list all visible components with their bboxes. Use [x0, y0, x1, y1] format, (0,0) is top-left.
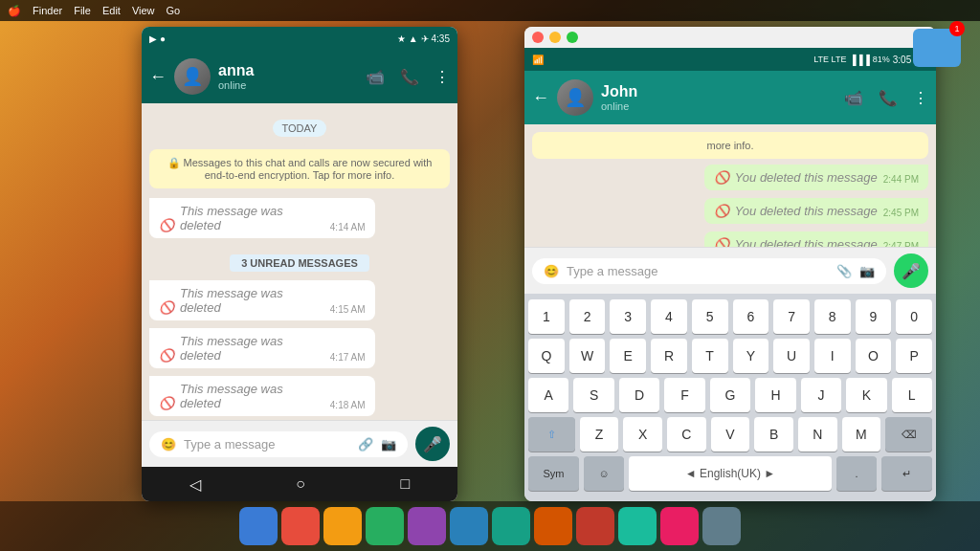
kb-key-q[interactable]: Q [528, 339, 565, 373]
kb-emoji-key[interactable]: ☺ [584, 456, 624, 491]
folder-badge: 1 [949, 21, 965, 36]
kb-key-o[interactable]: O [856, 339, 892, 373]
video-call-icon-r[interactable]: 📹 [844, 89, 863, 107]
emoji-input-icon-r[interactable]: 😊 [544, 264, 559, 278]
dock-icon-6[interactable] [450, 507, 488, 545]
home-nav-icon[interactable]: ○ [296, 475, 305, 493]
kb-key-x[interactable]: X [623, 417, 662, 452]
desktop-folder[interactable]: 1 [913, 29, 961, 67]
kb-key-5[interactable]: 5 [692, 299, 728, 334]
kb-key-i[interactable]: I [814, 339, 851, 373]
dock-icon-10[interactable] [618, 507, 657, 545]
kb-key-c[interactable]: C [667, 417, 706, 452]
dock-icon-3[interactable] [323, 507, 362, 545]
kb-row-qwerty: Q W E R T Y U I O P [528, 339, 932, 373]
kb-key-r[interactable]: R [651, 339, 687, 373]
dock-icon-11[interactable] [660, 507, 699, 545]
kb-key-p[interactable]: P [896, 339, 932, 373]
msg-time-2: 4:15 AM [330, 304, 366, 315]
statusbar-right-icons: ★ ▲ ✈ 4:35 [397, 33, 450, 44]
kb-bottom-row: Sym ☺ ◄ English(UK) ► . ↵ [528, 456, 932, 491]
airplane-icon: ✈ [421, 33, 429, 44]
info-bubble-right: more info. [532, 132, 928, 159]
video-call-icon[interactable]: 📹 [366, 68, 385, 86]
dock-icon-7[interactable] [492, 507, 530, 545]
deleted-text-3: This message was deleted [180, 334, 324, 363]
back-button-left[interactable]: ← [149, 67, 167, 87]
recent-nav-icon[interactable]: □ [401, 475, 411, 493]
dock-icon-9[interactable] [576, 507, 614, 545]
kb-key-8[interactable]: 8 [814, 299, 851, 334]
kb-key-u[interactable]: U [773, 339, 810, 373]
kb-key-m[interactable]: M [842, 417, 881, 452]
mac-close-btn[interactable] [532, 32, 544, 43]
kb-key-9[interactable]: 9 [856, 299, 892, 334]
kb-key-e[interactable]: E [610, 339, 646, 373]
dock-icon-1[interactable] [239, 507, 278, 545]
menu-dots-icon-r[interactable]: ⋮ [913, 89, 928, 107]
kb-key-b[interactable]: B [754, 417, 793, 452]
contact-info-left: anna online [218, 62, 358, 91]
kb-key-g[interactable]: G [710, 378, 750, 412]
mic-button-left[interactable]: 🎤 [415, 427, 450, 461]
dock-icon-12[interactable] [702, 507, 741, 545]
kb-key-2[interactable]: 2 [569, 299, 606, 334]
android-nav-left: ◁ ○ □ [142, 467, 457, 501]
kb-key-t[interactable]: T [692, 339, 728, 373]
back-button-right[interactable]: ← [532, 88, 549, 108]
contact-status-right: online [601, 100, 836, 112]
kb-key-s[interactable]: S [573, 378, 613, 412]
kb-key-d[interactable]: D [619, 378, 659, 412]
attachment-icon-r[interactable]: 📎 [836, 264, 852, 278]
kb-key-4[interactable]: 4 [651, 299, 687, 334]
menu-dots-icon[interactable]: ⋮ [434, 68, 450, 86]
camera-icon[interactable]: 📷 [381, 437, 396, 452]
back-nav-icon[interactable]: ◁ [189, 475, 201, 494]
call-icon[interactable]: 📞 [400, 68, 419, 86]
kb-key-w[interactable]: W [569, 339, 606, 373]
kb-key-k[interactable]: K [846, 378, 886, 412]
menu-item: Edit [102, 5, 121, 16]
kb-key-l[interactable]: L [892, 378, 932, 412]
emoji-input-icon[interactable]: 😊 [161, 437, 176, 452]
kb-key-y[interactable]: Y [733, 339, 769, 373]
kb-key-3[interactable]: 3 [610, 299, 646, 334]
encryption-notice-left[interactable]: 🔒 Messages to this chat and calls are no… [149, 149, 450, 188]
dock-icon-5[interactable] [408, 507, 446, 545]
kb-key-n[interactable]: N [798, 417, 837, 452]
kb-key-a[interactable]: A [528, 378, 568, 412]
kb-key-6[interactable]: 6 [733, 299, 769, 334]
message-deleted-4: 🚫 This message was deleted 4:18 AM [149, 376, 375, 416]
kb-sym-key[interactable]: Sym [528, 456, 579, 491]
kb-key-h[interactable]: H [755, 378, 795, 412]
message-input-right[interactable]: 😊 Type a message 📎 📷 [532, 258, 886, 284]
kb-key-j[interactable]: J [801, 378, 841, 412]
header-icons-left: 📹 📞 ⋮ [366, 68, 450, 86]
dock-icon-4[interactable] [366, 507, 404, 545]
statusbar-right-right-icons: LTE LTE ▐▐▐ 81% 3:05 PM [813, 55, 928, 65]
kb-space-key[interactable]: ◄ English(UK) ► [629, 456, 832, 491]
mac-minimize-btn[interactable] [549, 32, 561, 43]
kb-key-z[interactable]: Z [580, 417, 619, 452]
mic-button-right[interactable]: 🎤 [894, 253, 928, 288]
dock-icon-8[interactable] [534, 507, 572, 545]
mac-maximize-btn[interactable] [567, 32, 578, 43]
kb-period-key[interactable]: . [836, 456, 877, 491]
message-input-left[interactable]: 😊 Type a message 🔗 📷 [149, 431, 408, 457]
call-icon-r[interactable]: 📞 [879, 89, 898, 107]
android-statusbar-left: ▶ ● ★ ▲ ✈ 4:35 [142, 27, 457, 50]
attachment-icon[interactable]: 🔗 [358, 437, 373, 452]
kb-key-7[interactable]: 7 [773, 299, 810, 334]
kb-key-f[interactable]: F [664, 378, 704, 412]
kb-key-1[interactable]: 1 [528, 299, 565, 334]
kb-backspace-key[interactable]: ⌫ [885, 417, 932, 452]
kb-shift-key[interactable]: ⇧ [528, 417, 575, 452]
camera-icon-r[interactable]: 📷 [859, 264, 875, 278]
kb-key-v[interactable]: V [711, 417, 750, 452]
kb-row-numbers: 1 2 3 4 5 6 7 8 9 0 [528, 299, 932, 334]
dock-icon-2[interactable] [281, 507, 320, 545]
kb-key-0[interactable]: 0 [896, 299, 932, 334]
time-left: 4:35 [432, 33, 450, 44]
menu-item: View [132, 5, 155, 16]
kb-enter-key[interactable]: ↵ [881, 456, 932, 491]
